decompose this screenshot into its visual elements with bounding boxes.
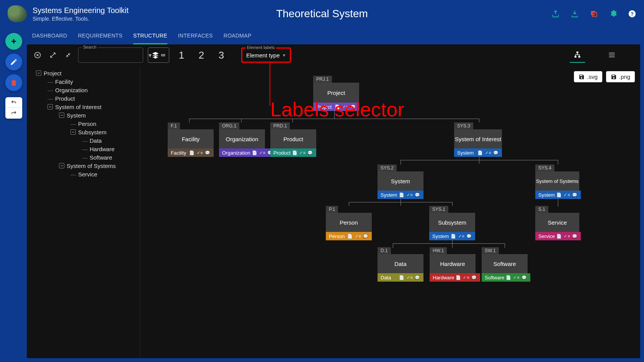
tree-item-organization[interactable]: —Organization [31, 86, 136, 94]
node-tag: SYS.4 [535, 165, 554, 171]
tab-interfaces[interactable]: INTERFACES [178, 28, 213, 44]
node-title: Subsystem [429, 213, 475, 232]
tree-item-data[interactable]: —Data [31, 136, 136, 145]
add-button[interactable] [5, 33, 22, 50]
node-type: System [538, 192, 555, 198]
tree-item-software[interactable]: —Software [31, 153, 136, 161]
tree-item-facility[interactable]: —Facility [31, 77, 136, 86]
node-software[interactable]: SW.1 Software Software📄 ✓≡ 💬 [482, 247, 530, 282]
chevron-down-icon: ▼ [282, 53, 286, 57]
node-type: System [381, 192, 397, 198]
node-icons: 📄 ✓≡ 💬 [451, 234, 472, 239]
node-data[interactable]: D.1 Data Data📄 ✓≡ 💬 [378, 247, 423, 282]
tab-structure[interactable]: STRUCTURE [133, 28, 167, 44]
node-type: System [457, 150, 474, 156]
node-organization[interactable]: ORG.1 Organization Organization📄 ✓≡ 💬 [219, 122, 276, 157]
node-system-of-interest[interactable]: SYS.3 System of Interest System📄 ✓≡ 💬 [454, 122, 502, 157]
undo-button[interactable] [5, 97, 22, 108]
infinity-icon: ∞ [161, 52, 165, 59]
tab-roadmap[interactable]: ROADMAP [224, 28, 252, 44]
export-png-button[interactable]: .png [606, 71, 635, 82]
node-tag: SYS.2 [378, 165, 397, 171]
node-tag: S.1 [535, 206, 548, 213]
node-person[interactable]: P.1 Person Person📄 ✓≡ 💬 [326, 206, 372, 240]
settings-gear-icon[interactable] [609, 10, 617, 18]
tab-requirements[interactable]: REQUIREMENTS [78, 28, 122, 44]
node-type: Person [329, 233, 345, 239]
node-service[interactable]: S.1 Service Service📄 ✓≡ 💬 [535, 206, 581, 240]
node-tag: HW.1 [430, 247, 447, 254]
structure-tree: −Project —Facility —Organization —Produc… [27, 66, 140, 358]
node-title: Service [535, 213, 579, 232]
tree-item-service[interactable]: —Service [31, 170, 136, 178]
search-field[interactable] [82, 52, 149, 58]
depth-3[interactable]: 3 [214, 49, 229, 61]
save-icon [579, 74, 585, 80]
upload-icon[interactable] [551, 10, 560, 18]
tree-item-system[interactable]: −System [31, 111, 136, 119]
node-type: Organization [222, 150, 250, 156]
chevron-down-icon[interactable]: ▾ [149, 52, 152, 59]
node-title: Facility [168, 129, 214, 148]
node-hardware[interactable]: HW.1 Hardware Hardware📄 ✓≡ 💬 [430, 247, 480, 282]
node-tag: SYS.3 [454, 122, 473, 129]
labels-selector[interactable]: Element labels Element type ▼ [241, 47, 291, 63]
collapse-icon[interactable] [63, 50, 74, 60]
node-title: Software [482, 254, 528, 273]
close-circle-icon[interactable] [32, 50, 43, 60]
tree-view-toggle[interactable] [570, 47, 585, 63]
node-title: System [378, 171, 423, 191]
expand-icon[interactable] [47, 50, 58, 60]
svg-rect-10 [609, 54, 615, 55]
search-input[interactable]: Search ▾ [78, 47, 143, 63]
tree-item-hardware[interactable]: —Hardware [31, 145, 136, 153]
node-facility[interactable]: F.1 Facility Facility📄 ✓≡ 💬 [168, 122, 214, 157]
node-icons: 📄 ✓≡ 💬 [556, 192, 578, 197]
node-title: Hardware [430, 254, 476, 273]
redo-button[interactable] [5, 108, 22, 119]
node-title: System of Interest [454, 129, 502, 148]
svg-rect-9 [609, 52, 615, 54]
node-icons: 📄 ✓≡ 💬 [556, 234, 578, 239]
save-icon [611, 74, 617, 80]
node-type: Product [273, 150, 291, 156]
tab-dashboard[interactable]: DASHBOARD [32, 28, 67, 44]
tree-item-sos[interactable]: −System of Systems [31, 161, 136, 170]
svg-rect-7 [575, 56, 577, 57]
node-subsystem[interactable]: SYS.1 Subsystem System📄 ✓≡ 💬 [429, 206, 475, 240]
main-tabs: DASHBOARD REQUIREMENTS STRUCTURE INTERFA… [0, 28, 644, 44]
tree-item-project[interactable]: −Project [31, 69, 136, 77]
duplicate-icon[interactable] [590, 10, 598, 18]
delete-button[interactable] [5, 74, 22, 91]
tree-item-soi[interactable]: −System of Interest [31, 103, 136, 111]
node-type: Software [485, 275, 504, 280]
node-type: Data [381, 275, 391, 280]
help-icon[interactable]: ? [628, 10, 636, 18]
tree-item-person[interactable]: —Person [31, 119, 136, 128]
app-tagline: Simple. Effective. Tools. [33, 16, 129, 22]
depth-1[interactable]: 1 [174, 49, 189, 61]
labels-selector-value: Element type [246, 52, 280, 59]
node-title: System of Systems [535, 171, 579, 191]
node-icons: 📄 ✓≡ 💬 [477, 150, 499, 155]
depth-2[interactable]: 2 [194, 49, 209, 61]
node-tag: SYS.1 [429, 206, 448, 213]
download-icon[interactable] [570, 10, 579, 18]
node-tag: D.1 [378, 247, 391, 254]
node-title: Organization [219, 129, 265, 148]
node-product[interactable]: PRD.1 Product Product📄 ✓≡ 💬 [270, 122, 316, 157]
tree-item-product[interactable]: —Product [31, 94, 136, 103]
node-title: Person [326, 213, 372, 232]
edit-button[interactable] [5, 54, 22, 70]
node-icons: 📄 ✓≡ 💬 [506, 275, 527, 280]
layers-icon [152, 51, 159, 59]
node-tag: SW.1 [482, 247, 499, 254]
tree-item-subsystem[interactable]: −Subsystem [31, 128, 136, 136]
node-system[interactable]: SYS.2 System System📄 ✓≡ 💬 [378, 165, 423, 199]
node-type: Service [538, 233, 555, 239]
export-svg-button[interactable]: .svg [574, 71, 602, 82]
list-view-toggle[interactable] [604, 47, 619, 63]
node-icons: 📄 ✓≡ 💬 [399, 192, 420, 197]
annotation-text: Labels selector [270, 98, 404, 121]
node-system-of-systems[interactable]: SYS.4 System of Systems System📄 ✓≡ 💬 [535, 165, 581, 199]
